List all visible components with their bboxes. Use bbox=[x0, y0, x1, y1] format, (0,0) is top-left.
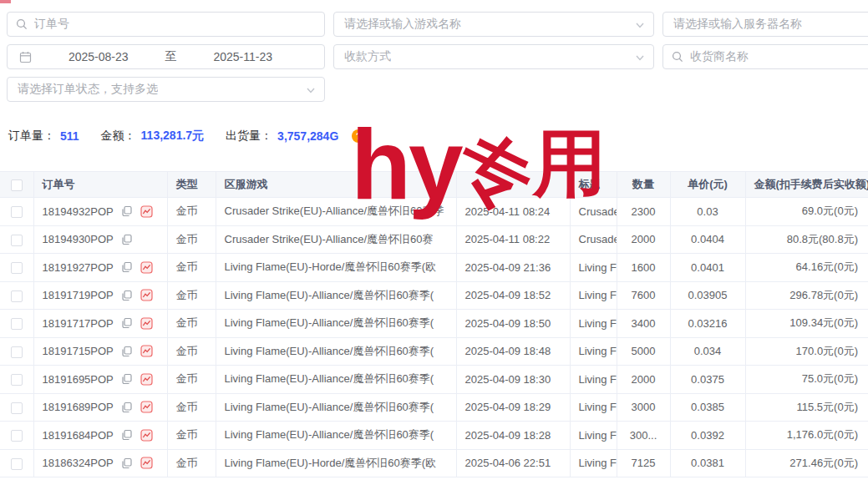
order-time: 2025-04-09 21:36 bbox=[456, 254, 570, 282]
header-order-no: 订单号 bbox=[33, 172, 167, 198]
copy-icon[interactable] bbox=[121, 373, 133, 385]
order-time: 2025-04-11 08:22 bbox=[456, 225, 570, 254]
amount: 170.0元(0元) bbox=[745, 337, 868, 366]
order-title: Crusade bbox=[570, 198, 617, 226]
header-hidden-by-watermark bbox=[456, 172, 570, 198]
order-time: 2025-04-09 18:29 bbox=[456, 393, 570, 422]
copy-icon[interactable] bbox=[121, 429, 133, 441]
order-title: Living Fl bbox=[570, 310, 617, 338]
row-checkbox[interactable] bbox=[11, 206, 23, 218]
calendar-icon bbox=[19, 51, 32, 63]
server-game: Crusader Strike(EU)-Alliance/魔兽怀旧60赛季 bbox=[216, 198, 456, 226]
order-type: 金币 bbox=[167, 449, 216, 477]
row-checkbox[interactable] bbox=[11, 290, 23, 302]
screenshot-image-icon[interactable] bbox=[140, 401, 153, 413]
game-name-select[interactable]: 请选择或输入游戏名称 bbox=[333, 12, 654, 37]
order-title: Living Fl bbox=[570, 254, 617, 282]
quantity: 1600 bbox=[617, 254, 670, 282]
unit-price: 0.0404 bbox=[670, 225, 745, 254]
game-name-placeholder: 请选择或输入游戏名称 bbox=[344, 17, 461, 32]
order-type: 金币 bbox=[167, 281, 216, 310]
order-count-label: 订单量： bbox=[8, 129, 55, 144]
row-checkbox[interactable] bbox=[11, 374, 23, 386]
server-game: Living Flame(EU)-Alliance/魔兽怀旧60赛季( bbox=[216, 393, 456, 422]
order-number-input[interactable]: 订单号 bbox=[7, 12, 325, 37]
copy-icon[interactable] bbox=[121, 317, 133, 329]
shipment-value: 3,757,284G bbox=[277, 129, 338, 143]
date-start-value[interactable]: 2025-08-23 bbox=[69, 50, 129, 63]
header-server-game: 区服游戏 bbox=[216, 172, 456, 198]
order-status-select[interactable]: 请选择订单状态，支持多选 bbox=[7, 77, 325, 102]
copy-icon[interactable] bbox=[121, 346, 133, 357]
copy-icon[interactable] bbox=[121, 290, 133, 301]
order-title: Living Fl bbox=[570, 366, 617, 394]
screenshot-image-icon[interactable] bbox=[140, 373, 153, 386]
order-title: Living Fl bbox=[570, 422, 617, 450]
search-icon bbox=[16, 18, 28, 30]
screenshot-image-icon[interactable] bbox=[140, 205, 153, 218]
header-type: 类型 bbox=[167, 172, 216, 198]
row-checkbox[interactable] bbox=[11, 346, 23, 358]
order-number-placeholder: 订单号 bbox=[34, 17, 69, 32]
amount: 115.5元(0元) bbox=[745, 393, 868, 422]
table-row: 18186324POP金币Living Flame(EU)-Horde/魔兽怀旧… bbox=[0, 449, 868, 477]
copy-icon[interactable] bbox=[121, 457, 133, 469]
row-checkbox[interactable] bbox=[11, 458, 23, 470]
screenshot-image-icon[interactable] bbox=[140, 289, 153, 301]
amount: 296.78元(0元) bbox=[745, 281, 868, 310]
amount: 80.8元(80.8元) bbox=[745, 225, 868, 254]
header-title: 标题 bbox=[570, 172, 617, 198]
copy-icon[interactable] bbox=[121, 234, 133, 245]
amount-label: 金额： bbox=[101, 129, 136, 144]
copy-icon[interactable] bbox=[121, 402, 133, 413]
row-checkbox[interactable] bbox=[11, 318, 23, 330]
orders-table: 订单号 类型 区服游戏 标题 数量 单价(元) 金额(扣手续费后实收额) 181… bbox=[0, 171, 868, 477]
merchant-name-placeholder: 收货商名称 bbox=[690, 49, 749, 64]
order-management-page: 订单号 请选择或输入游戏名称 请选择或输入服务器名称 2025-08-23 至 … bbox=[0, 0, 868, 485]
row-checkbox[interactable] bbox=[11, 262, 23, 274]
help-icon[interactable]: ? bbox=[352, 129, 365, 143]
order-title: Living Fl bbox=[570, 337, 617, 366]
unit-price: 0.03905 bbox=[670, 281, 745, 310]
order-count-value: 511 bbox=[60, 129, 79, 143]
table-row: 18194930POP金币Crusader Strike(EU)-Allianc… bbox=[0, 225, 868, 254]
server-game: Living Flame(EU)-Alliance/魔兽怀旧60赛季( bbox=[216, 310, 456, 338]
select-all-checkbox[interactable] bbox=[11, 179, 23, 191]
unit-price: 0.0385 bbox=[670, 393, 745, 422]
header-unit-price: 单价(元) bbox=[670, 172, 745, 198]
date-end-value[interactable]: 2025-11-23 bbox=[213, 50, 272, 63]
server-name-input[interactable]: 请选择或输入服务器名称 bbox=[662, 12, 868, 37]
table-row: 18191689POP金币Living Flame(EU)-Alliance/魔… bbox=[0, 393, 868, 422]
order-time: 2025-04-06 22:51 bbox=[456, 449, 570, 477]
order-title: Crusade bbox=[570, 225, 617, 254]
screenshot-image-icon[interactable] bbox=[140, 457, 153, 469]
payment-method-select[interactable]: 收款方式 bbox=[333, 44, 654, 69]
unit-price: 0.0392 bbox=[670, 422, 745, 450]
quantity: 2000 bbox=[617, 225, 670, 254]
unit-price: 0.0381 bbox=[670, 449, 745, 477]
server-game: Living Flame(EU)-Alliance/魔兽怀旧60赛季( bbox=[216, 337, 456, 366]
order-type: 金币 bbox=[167, 393, 216, 422]
amount-value: 113,281.7元 bbox=[141, 129, 205, 144]
quantity: 300... bbox=[617, 422, 670, 450]
date-range-picker[interactable]: 2025-08-23 至 2025-11-23 bbox=[7, 44, 325, 69]
shipment-label: 出货量： bbox=[226, 129, 272, 144]
row-checkbox[interactable] bbox=[11, 402, 23, 414]
order-title: Living Fl bbox=[570, 281, 617, 310]
copy-icon[interactable] bbox=[121, 205, 133, 217]
table-row: 18191684POP金币Living Flame(EU)-Alliance/魔… bbox=[0, 422, 868, 450]
unit-price: 0.0375 bbox=[670, 366, 745, 394]
screenshot-image-icon[interactable] bbox=[140, 345, 153, 357]
chevron-down-icon bbox=[306, 84, 316, 98]
copy-icon[interactable] bbox=[121, 261, 133, 273]
row-checkbox[interactable] bbox=[11, 430, 23, 442]
row-checkbox[interactable] bbox=[11, 235, 23, 246]
server-game: Living Flame(EU)-Horde/魔兽怀旧60赛季(欧 bbox=[216, 449, 456, 477]
order-number: 18186324POP bbox=[43, 457, 114, 469]
merchant-name-input[interactable]: 收货商名称 bbox=[662, 44, 868, 69]
screenshot-image-icon[interactable] bbox=[140, 261, 153, 274]
quantity: 5000 bbox=[617, 337, 670, 366]
screenshot-image-icon[interactable] bbox=[140, 429, 153, 442]
screenshot-image-icon[interactable] bbox=[140, 317, 153, 330]
order-type: 金币 bbox=[167, 366, 216, 394]
